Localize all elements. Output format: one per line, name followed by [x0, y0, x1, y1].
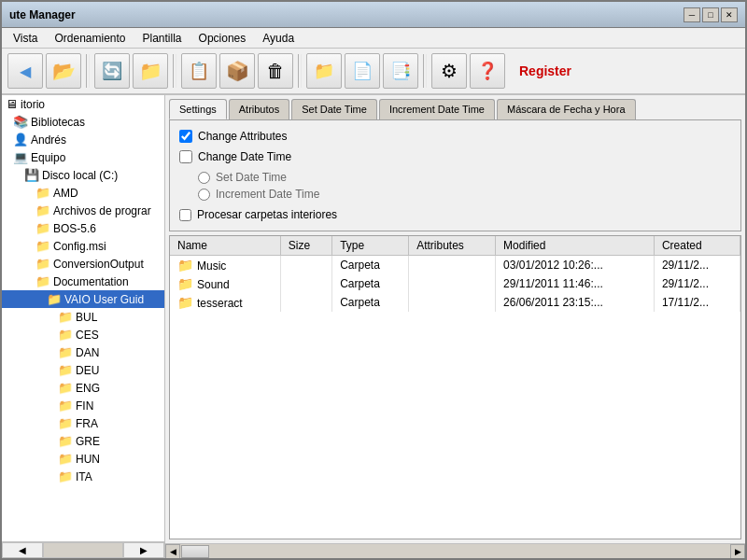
hsb-thumb[interactable]	[181, 545, 209, 558]
register-button[interactable]: Register	[512, 60, 579, 82]
folder-open-button[interactable]: 📂	[46, 53, 81, 89]
sidebar-item-bul[interactable]: 📁 BUL	[2, 308, 164, 326]
sidebar-item-documentation[interactable]: 📁 Documentation	[2, 273, 164, 290]
tab-atributos[interactable]: Atributos	[229, 99, 289, 119]
window-controls: ─ □ ✕	[684, 7, 738, 22]
sidebar-item-dan[interactable]: 📁 DAN	[2, 343, 164, 361]
table-row[interactable]: 📁Sound Carpeta 29/11/2011 11:46:... 29/1…	[170, 274, 740, 293]
sidebar-item-eng[interactable]: 📁 ENG	[2, 379, 164, 397]
config-folder-icon: 📁	[35, 239, 50, 253]
toolbar-separator-3	[298, 54, 302, 88]
delete-button[interactable]: 🗑	[258, 53, 293, 89]
sidebar-item-ces[interactable]: 📁 CES	[2, 326, 164, 343]
col-created[interactable]: Created	[654, 236, 740, 256]
sidebar-label-documentation: Documentation	[53, 275, 129, 288]
folder-icon-2: 📁	[177, 295, 193, 310]
sidebar-item-deu[interactable]: 📁 DEU	[2, 361, 164, 379]
increment-date-time-radio[interactable]	[198, 189, 210, 201]
col-type[interactable]: Type	[332, 236, 409, 256]
change-date-time-checkbox[interactable]	[179, 150, 192, 163]
refresh-button[interactable]: 🔄	[94, 53, 130, 89]
file-list[interactable]: Name Size Type Attributes Modified Creat…	[169, 235, 741, 539]
sidebar-label-fin: FIN	[76, 399, 93, 413]
settings-button[interactable]: ⚙	[431, 53, 467, 89]
sidebar-item-andres[interactable]: 👤 Andrés	[2, 131, 164, 148]
sidebar-item-config[interactable]: 📁 Config.msi	[2, 237, 164, 255]
hsb-track[interactable]	[180, 544, 730, 559]
cell-size-2	[280, 293, 331, 312]
set-date-time-radio-label: Set Date Time	[216, 171, 287, 184]
hun-folder-icon: 📁	[58, 452, 73, 466]
tab-increment-date-time[interactable]: Increment Date Time	[379, 99, 495, 119]
tab-settings[interactable]: Settings	[169, 99, 227, 119]
archivos-folder-icon: 📁	[35, 203, 50, 217]
sidebar-item-conversion[interactable]: 📁 ConversionOutput	[2, 255, 164, 273]
help-button[interactable]: ❓	[470, 53, 505, 89]
minimize-button[interactable]: ─	[684, 7, 700, 22]
amd-folder-icon: 📁	[35, 186, 50, 200]
bos-folder-icon: 📁	[35, 221, 50, 235]
sidebar-item-equipo[interactable]: 💻 Equipo	[2, 148, 164, 166]
cell-name-1: 📁Sound	[170, 274, 280, 293]
sidebar-label-disco: Disco local (C:)	[42, 169, 118, 182]
sidebar-item-amd[interactable]: 📁 AMD	[2, 184, 164, 202]
tab-mascara[interactable]: Máscara de Fecha y Hora	[497, 99, 636, 119]
new-folder-button[interactable]: 📁	[306, 53, 342, 89]
menu-ordenamiento[interactable]: Ordenamiento	[47, 30, 133, 47]
table-row[interactable]: 📁Music Carpeta 03/01/2012 10:26:... 29/1…	[170, 256, 740, 275]
cell-created-0: 29/11/2...	[654, 256, 740, 275]
sidebar-item-ita[interactable]: 📁 ITA	[2, 468, 164, 485]
col-size[interactable]: Size	[280, 236, 331, 256]
col-name[interactable]: Name	[170, 236, 280, 256]
set-date-time-radio[interactable]	[198, 172, 210, 184]
sidebar-label-eng: ENG	[76, 382, 100, 395]
sidebar-item-archivos[interactable]: 📁 Archivos de prograr	[2, 202, 164, 219]
sidebar-item-gre[interactable]: 📁 GRE	[2, 432, 164, 450]
content-area: Settings Atributos Set Date Time Increme…	[165, 95, 745, 558]
sidebar-item-fin[interactable]: 📁 FIN	[2, 397, 164, 414]
increment-date-time-radio-label: Increment Date Time	[216, 188, 319, 201]
copy-button[interactable]: 📋	[181, 53, 217, 89]
docs-folder-icon: 📁	[35, 274, 50, 288]
menu-bar: Vista Ordenamiento Plantilla Opciones Ay…	[2, 28, 745, 49]
cell-created-2: 17/11/2...	[654, 293, 740, 312]
sidebar-scroll[interactable]: 🖥 itorio 📚 Bibliotecas 👤 Andrés 💻 Equipo…	[2, 95, 164, 541]
sidebar-scroll-right[interactable]: ▶	[123, 542, 164, 558]
sidebar-item-root[interactable]: 🖥 itorio	[2, 95, 164, 113]
move-to-button[interactable]: 📑	[383, 53, 418, 89]
menu-opciones[interactable]: Opciones	[191, 30, 254, 47]
copy-to-button[interactable]: 📄	[345, 53, 380, 89]
back-button[interactable]: ◀	[7, 53, 43, 89]
col-modified[interactable]: Modified	[496, 236, 655, 256]
maximize-button[interactable]: □	[702, 7, 719, 22]
hsb-right-button[interactable]: ▶	[730, 544, 745, 559]
hsb-left-button[interactable]: ◀	[165, 544, 180, 559]
menu-ayuda[interactable]: Ayuda	[255, 30, 302, 47]
sidebar-item-vaio[interactable]: 📁 VAIO User Guid	[2, 290, 164, 308]
tab-set-date-time[interactable]: Set Date Time	[291, 99, 377, 119]
eng-folder-icon: 📁	[58, 381, 73, 395]
move-button[interactable]: 📦	[219, 53, 255, 89]
change-attributes-label: Change Attributes	[198, 130, 287, 143]
col-attributes[interactable]: Attributes	[409, 236, 496, 256]
menu-vista[interactable]: Vista	[6, 30, 45, 47]
toolbar: ◀ 📂 🔄 📁 📋 📦 🗑 📁 📄 📑	[2, 49, 745, 95]
sidebar-item-hun[interactable]: 📁 HUN	[2, 450, 164, 468]
sidebar-item-disco-local[interactable]: 💾 Disco local (C:)	[2, 166, 164, 184]
sidebar-scroll-left[interactable]: ◀	[2, 542, 43, 558]
sidebar-label-bul: BUL	[76, 311, 97, 324]
sidebar-item-bibliotecas[interactable]: 📚 Bibliotecas	[2, 113, 164, 131]
table-row[interactable]: 📁tesseract Carpeta 26/06/2011 23:15:... …	[170, 293, 740, 312]
sidebar-item-bos[interactable]: 📁 BOS-5.6	[2, 219, 164, 237]
sidebar-item-fra[interactable]: 📁 FRA	[2, 414, 164, 432]
procesar-checkbox[interactable]	[179, 209, 191, 221]
folder-icon-1: 📁	[177, 276, 193, 291]
tab-bar: Settings Atributos Set Date Time Increme…	[165, 95, 745, 119]
menu-plantilla[interactable]: Plantilla	[135, 30, 190, 47]
deu-folder-icon: 📁	[58, 363, 73, 377]
up-button[interactable]: 📁	[133, 53, 168, 89]
change-attributes-checkbox[interactable]	[179, 130, 192, 143]
close-button[interactable]: ✕	[721, 7, 738, 22]
sidebar-label-fra: FRA	[76, 417, 98, 430]
cell-attributes-1	[409, 274, 496, 293]
